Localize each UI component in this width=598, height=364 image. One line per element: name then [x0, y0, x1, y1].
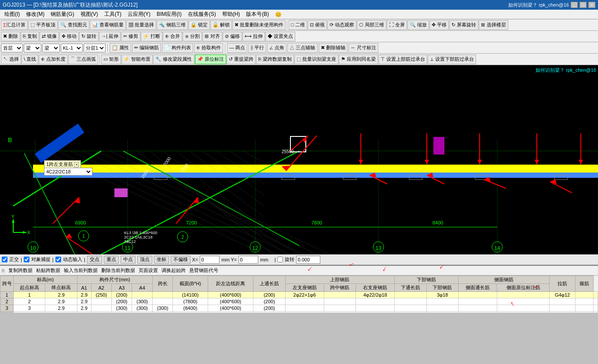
- a3-3[interactable]: (300): [132, 305, 152, 312]
- btn-align[interactable]: ⊞ 对齐: [202, 32, 222, 41]
- btn-midpoint[interactable]: 中点: [121, 256, 136, 264]
- table-row[interactable]: 2 2 2.9 2.9 (200) (300) (7800) (400*600)…: [0, 298, 598, 305]
- span-num-2[interactable]: 2: [14, 298, 45, 305]
- section-3[interactable]: (400*600): [208, 305, 253, 312]
- btn-intersection[interactable]: 交点: [87, 256, 102, 264]
- right-seat-2[interactable]: [395, 298, 426, 305]
- menu-item-draw[interactable]: 绘图(I): [2, 10, 22, 19]
- btn-arc-three-pt[interactable]: ⌒ 三点画弧: [68, 55, 98, 64]
- btn-point-angle[interactable]: ∠ 点角: [267, 43, 286, 53]
- mid-span-2[interactable]: [356, 298, 395, 305]
- end-h-2[interactable]: 2.9: [77, 298, 91, 305]
- btn-rect[interactable]: ▭ 矩形: [101, 55, 121, 64]
- btn-modify-beam-prop[interactable]: 🔧 修改梁段属性: [153, 55, 194, 64]
- btn-batch-id-support[interactable]: ⬚ 批量识别梁支座: [294, 55, 338, 64]
- btn-unlock[interactable]: 🔓 解锁: [210, 20, 232, 30]
- dist-3[interactable]: (200): [253, 305, 285, 312]
- btn-three-point-axis[interactable]: △ 三点辅轴: [287, 43, 317, 53]
- btn-delete[interactable]: ✖ 删除: [1, 32, 20, 41]
- btn-pan[interactable]: ✥ 平移: [429, 20, 449, 30]
- btn-fullscreen[interactable]: ⛶ 全屏: [387, 20, 407, 30]
- side-long-3[interactable]: [497, 305, 550, 312]
- btn-no-offset[interactable]: 不偏移: [171, 256, 191, 264]
- btn-mirror[interactable]: ⇄ 镜像: [40, 32, 59, 41]
- btn-original-mark[interactable]: 📌 原位标注: [195, 55, 226, 64]
- btn-local-3d[interactable]: ⬡ 局部三维: [357, 20, 386, 30]
- upper-long-1[interactable]: 2φ22+1φ6: [285, 292, 324, 298]
- lower-rebar-2[interactable]: [459, 298, 497, 305]
- lower-rebar-1[interactable]: [459, 292, 497, 298]
- close-icon-small[interactable]: ×: [74, 162, 79, 167]
- btn-properties[interactable]: 📋 属性: [110, 43, 131, 53]
- btn-move[interactable]: ✥ 移动: [59, 32, 79, 41]
- right-seat-3[interactable]: [395, 305, 426, 312]
- btn-input-col-data[interactable]: 输入当前列数据: [64, 267, 98, 274]
- btn-swap-start-span[interactable]: 调换起始跨: [161, 267, 186, 274]
- span-len-2[interactable]: (7800): [173, 298, 208, 305]
- a4-3[interactable]: (300): [152, 305, 172, 312]
- a3-2[interactable]: (300): [132, 298, 152, 305]
- side-mark-2[interactable]: [550, 298, 575, 305]
- btn-coord[interactable]: 坐标: [154, 256, 169, 264]
- end-h-1[interactable]: 2.9: [77, 292, 91, 298]
- btn-apply-same-name[interactable]: ⚑ 应用到同名梁: [339, 55, 378, 64]
- x-input[interactable]: [200, 256, 220, 264]
- mid-span-3[interactable]: [356, 305, 395, 312]
- btn-rotate-screen[interactable]: ↻ 屏幕旋转: [449, 20, 478, 30]
- btn-copy[interactable]: ⎘ 复制: [21, 32, 39, 41]
- tie-bar-1[interactable]: [575, 292, 593, 298]
- menu-item-online[interactable]: 在线服务(S): [185, 10, 219, 19]
- drawing-area[interactable]: B A 10 11 12 13 14 1 2 6900 7200 7800 84…: [0, 65, 598, 254]
- a3-1[interactable]: [132, 292, 152, 298]
- btn-summary[interactable]: Σ 汇总计算: [1, 20, 28, 30]
- title-maximize-btn[interactable]: □: [580, 2, 587, 8]
- start-h-3[interactable]: 2.9: [45, 305, 77, 312]
- side-mark-1[interactable]: G4φ12: [550, 292, 575, 298]
- layer-kl-select[interactable]: KL-1: [61, 44, 83, 52]
- section-2[interactable]: (400*600): [208, 298, 253, 305]
- start-h-1[interactable]: 2.9: [45, 292, 77, 298]
- btn-select-floor[interactable]: ⊞ 选择楼层: [479, 20, 508, 30]
- rotate-input[interactable]: [296, 256, 320, 264]
- btn-paste-span-data[interactable]: 粘贴跨数据: [36, 267, 60, 274]
- lower-long-3[interactable]: [426, 305, 458, 312]
- btn-component-list[interactable]: 📄 构件列表: [162, 43, 193, 53]
- btn-re-extract-span[interactable]: ↺ 重提梁跨: [227, 55, 256, 64]
- a1-3[interactable]: [91, 305, 111, 312]
- btn-edit-rebar[interactable]: ✏ 编辑钢筋: [132, 43, 161, 53]
- lower-rebar-3[interactable]: [459, 305, 497, 312]
- btn-batch-select[interactable]: ▦ 批量选择: [126, 20, 156, 30]
- menu-item-modify[interactable]: 修改(M): [23, 10, 47, 19]
- btn-break[interactable]: ⚡ 打断: [141, 32, 162, 41]
- btn-line-tool[interactable]: \ 直线: [22, 55, 38, 64]
- left-seat-1[interactable]: [324, 292, 356, 298]
- start-h-2[interactable]: 2.9: [45, 298, 77, 305]
- snap-label[interactable]: 对象捕捉: [31, 256, 51, 263]
- btn-cantilever-code[interactable]: 悬臂钢筋代号: [189, 267, 218, 274]
- btn-view-rebar[interactable]: 📊 查看钢筋量: [90, 20, 126, 30]
- a4-2[interactable]: [152, 298, 172, 305]
- btn-copy-span-data[interactable]: 复制跨数据: [8, 267, 33, 274]
- menu-item-emoji[interactable]: 😊: [272, 11, 284, 18]
- btn-stretch[interactable]: ⟷ 拉伸: [242, 32, 265, 41]
- layer-type-select[interactable]: 梁: [24, 44, 41, 52]
- end-h-3[interactable]: 2.9: [77, 305, 91, 312]
- mid-span-1[interactable]: 4φ22/2φ18: [356, 292, 395, 298]
- lower-long-2[interactable]: [426, 298, 458, 305]
- btn-vertex[interactable]: 顶点: [137, 256, 152, 264]
- btn-split[interactable]: ⚹ 分割: [183, 32, 202, 41]
- layer-floor-select[interactable]: 首层: [1, 44, 23, 52]
- menu-item-help[interactable]: 帮助(H): [220, 10, 243, 19]
- btn-2d[interactable]: □ 二维: [289, 20, 307, 30]
- btn-del-col-data[interactable]: 删除当前列数据: [101, 267, 135, 274]
- y-input[interactable]: [238, 256, 258, 264]
- stirrup-3[interactable]: [593, 305, 598, 312]
- table-row[interactable]: 1 1 2.9 2.9 (250) (200) (14100) (400*600…: [0, 292, 598, 298]
- btn-point-len[interactable]: ⊕ 点加长度: [39, 55, 68, 64]
- left-seat-3[interactable]: [324, 305, 356, 312]
- ortho-check[interactable]: [2, 257, 7, 262]
- a1-1[interactable]: (250): [91, 292, 111, 298]
- left-support-dropdown[interactable]: 4C22/2C18: [44, 168, 92, 176]
- menu-item-view[interactable]: 视图(V): [78, 10, 101, 19]
- btn-align-top[interactable]: ⬚ 平齐板顶: [28, 20, 58, 30]
